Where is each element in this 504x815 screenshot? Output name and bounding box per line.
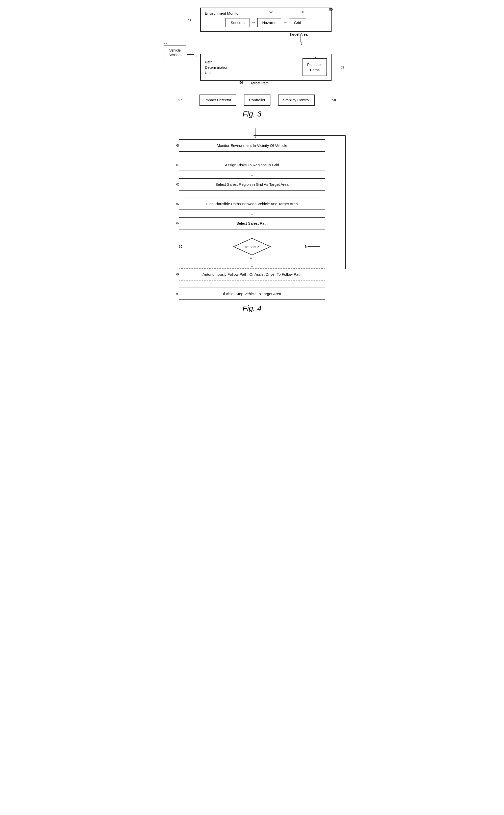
ref-56: 56 bbox=[239, 81, 243, 84]
env-monitor-outer: Environment Monitor 52 20 51 Sensors → H… bbox=[200, 8, 332, 32]
path-det-outer: 53 54 Path Determination Unit Plausible … bbox=[200, 54, 332, 81]
path-det-label: Path Determination Unit bbox=[205, 59, 303, 75]
controller-box: Controller bbox=[244, 94, 270, 106]
stability-control-box: Stability Control bbox=[278, 94, 315, 106]
fig3-inner: 50 Environment Monitor 52 20 51 Sensors … bbox=[164, 8, 340, 106]
sensors-box: Sensors bbox=[225, 18, 249, 27]
box-63: Find Plausible Paths Between Vehicle And… bbox=[179, 197, 325, 210]
target-path-arrowhead: ↓ bbox=[256, 89, 258, 94]
hazards-box: Hazards bbox=[257, 18, 281, 27]
target-path-section: Target Path 56 ↓ bbox=[191, 81, 323, 94]
y-section: Y ↓ bbox=[251, 257, 253, 268]
ctrl-sc-arrow: → bbox=[270, 97, 278, 103]
box64-row: 64 Select Safest Path bbox=[176, 217, 328, 230]
target-path-label: Target Path bbox=[250, 81, 269, 85]
box62-row: 62 Select Safest Region in Grid As Targe… bbox=[176, 178, 328, 190]
target-area-label: Target Area bbox=[289, 32, 308, 36]
arrow-64-65: ↓ bbox=[251, 230, 253, 237]
bottom-row: 57 Impact Detector → Controller → Stabil… bbox=[191, 94, 323, 106]
id-ctrl-arrow: → bbox=[236, 97, 244, 103]
top-entry-line bbox=[256, 128, 256, 135]
y-label: Y bbox=[250, 257, 252, 261]
arrow-61-62: ↓ bbox=[251, 171, 253, 178]
diamond-label: Impact? bbox=[245, 245, 259, 249]
arrow-60-61: ↓ bbox=[251, 152, 253, 159]
ref-65: 65 bbox=[179, 245, 182, 249]
box60-row: 60 Monitor Environment In Vicinity Of Ve… bbox=[176, 139, 328, 152]
box-61: Assign Risks To Regions In Grid bbox=[179, 159, 325, 171]
arrow-62-63: ↓ bbox=[251, 190, 253, 197]
n-arrow-line bbox=[308, 247, 320, 247]
diamond-wrapper: Impact? bbox=[233, 238, 271, 256]
target-area-section: Target Area ↓ bbox=[191, 32, 323, 46]
box63-row: 63 Find Plausible Paths Between Vehicle … bbox=[176, 197, 328, 210]
plausible-paths-box: Plausible Paths bbox=[303, 58, 327, 76]
box-60: Monitor Environment In Vicinity Of Vehic… bbox=[179, 139, 325, 152]
n-label: N bbox=[305, 245, 308, 249]
box66-row: 66 Autonomously Follow Path, Or Assist D… bbox=[176, 268, 328, 281]
ref-54: 54 bbox=[315, 56, 318, 60]
ref51-line bbox=[193, 20, 201, 20]
arrow-63-64: ↓ bbox=[251, 210, 253, 217]
box67-row: 67 If Able, Stop Vehicle In Target Area bbox=[176, 288, 328, 300]
fig4-caption: Fig. 4 bbox=[242, 304, 261, 313]
hazards-grid-arrow: → bbox=[281, 20, 289, 25]
impact-detector-box: Impact Detector bbox=[199, 94, 236, 106]
ref-55: 55 bbox=[164, 42, 167, 46]
box-67: If Able, Stop Vehicle In Target Area bbox=[179, 288, 325, 300]
y-arrowhead: ↓ bbox=[251, 263, 253, 268]
vs-arrowhead: → bbox=[193, 53, 198, 59]
fig3-caption: Fig. 3 bbox=[242, 110, 261, 118]
box-62: Select Safest Region in Grid As Target A… bbox=[179, 178, 325, 190]
grid-box: Grid bbox=[289, 18, 306, 27]
box61-row: 61 Assign Risks To Regions In Grid bbox=[176, 159, 328, 171]
ref-53: 53 bbox=[341, 65, 344, 69]
env-monitor-inner: 51 Sensors → Hazards → Grid bbox=[205, 18, 327, 27]
box-66: Autonomously Follow Path, Or Assist Driv… bbox=[179, 268, 325, 281]
ref-58: 58 bbox=[332, 98, 336, 102]
fig3-wrapper: 50 Environment Monitor 52 20 51 Sensors … bbox=[131, 8, 373, 118]
box-64: Select Safest Path bbox=[179, 217, 325, 230]
env-monitor-label: Environment Monitor bbox=[205, 11, 327, 15]
fig4-wrapper: ↓ 60 Monitor Environment In Vicinity Of … bbox=[131, 128, 373, 313]
ref-52: 52 bbox=[269, 10, 272, 14]
target-area-arrowhead: ↓ bbox=[300, 41, 303, 46]
ref-57: 57 bbox=[178, 98, 182, 102]
ref-51: 51 bbox=[188, 18, 191, 22]
sensors-hazards-arrow: → bbox=[249, 20, 257, 25]
ref-20: 20 bbox=[300, 10, 304, 14]
figure-container: 50 Environment Monitor 52 20 51 Sensors … bbox=[131, 8, 373, 313]
diamond65-row: 65 Impact? N bbox=[176, 237, 328, 257]
flow-outer: ↓ 60 Monitor Environment In Vicinity Of … bbox=[164, 128, 340, 300]
arrow-66-67: ↓ bbox=[251, 281, 253, 288]
vehicle-sensors-box: Vehicle Sensors bbox=[164, 45, 186, 60]
flowchart: 60 Monitor Environment In Vicinity Of Ve… bbox=[164, 139, 340, 300]
